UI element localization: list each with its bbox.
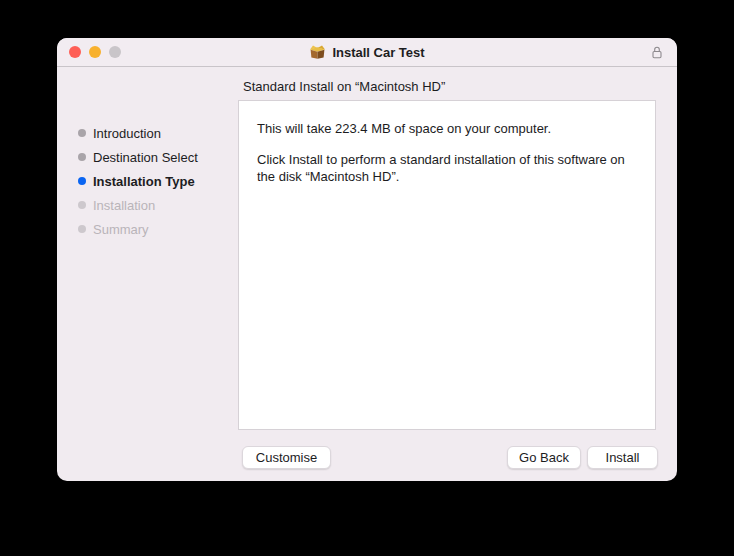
step-bullet-icon — [78, 153, 86, 161]
traffic-lights — [69, 46, 121, 58]
step-summary: Summary — [78, 217, 248, 241]
step-label: Installation — [93, 198, 155, 213]
customise-button[interactable]: Customise — [242, 446, 331, 469]
install-instructions-text: Click Install to perform a standard inst… — [257, 151, 638, 185]
step-bullet-icon — [78, 177, 86, 185]
minimize-button[interactable] — [89, 46, 101, 58]
step-label: Summary — [93, 222, 149, 237]
space-required-text: This will take 223.4 MB of space on your… — [257, 120, 638, 137]
window-title-area: Install Car Test — [57, 38, 677, 66]
step-installation: Installation — [78, 193, 248, 217]
zoom-button-disabled — [109, 46, 121, 58]
step-label: Destination Select — [93, 150, 198, 165]
installer-window: Install Car Test Introduction Destinatio… — [57, 38, 677, 481]
step-introduction: Introduction — [78, 121, 248, 145]
lock-icon — [650, 45, 664, 60]
step-bullet-icon — [78, 129, 86, 137]
step-label: Installation Type — [93, 174, 195, 189]
window-title: Install Car Test — [332, 45, 424, 60]
go-back-button[interactable]: Go Back — [507, 446, 581, 469]
installer-package-icon — [309, 44, 326, 60]
step-bullet-icon — [78, 201, 86, 209]
pane-heading: Standard Install on “Macintosh HD” — [243, 79, 445, 94]
step-label: Introduction — [93, 126, 161, 141]
titlebar: Install Car Test — [57, 38, 677, 67]
install-button[interactable]: Install — [587, 446, 658, 469]
step-destination-select: Destination Select — [78, 145, 248, 169]
close-button[interactable] — [69, 46, 81, 58]
installer-steps: Introduction Destination Select Installa… — [78, 121, 248, 241]
step-bullet-icon — [78, 225, 86, 233]
install-description-box: This will take 223.4 MB of space on your… — [238, 100, 656, 430]
step-installation-type: Installation Type — [78, 169, 248, 193]
